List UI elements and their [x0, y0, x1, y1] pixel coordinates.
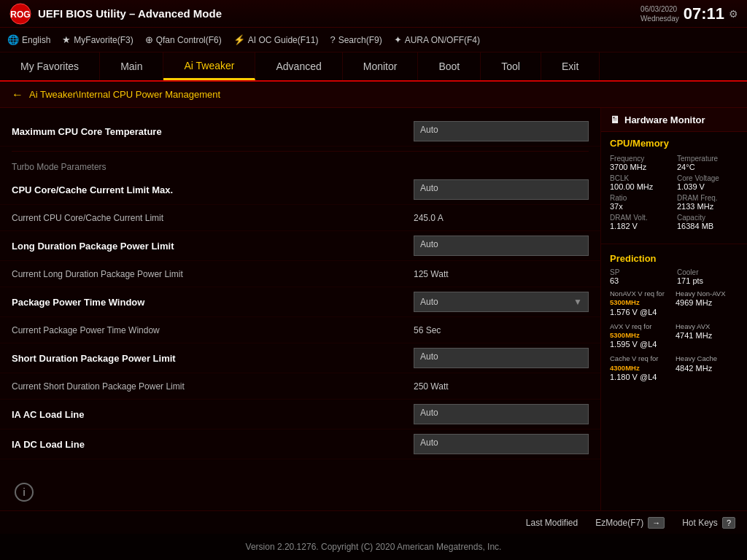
pkg-power-time-window-label: Package Power Time Window: [12, 297, 414, 308]
ez-mode-button[interactable]: EzMode(F7) →: [595, 517, 665, 529]
rog-logo-icon: ROG: [9, 2, 32, 26]
pred-cooler: Cooler 171 pts: [677, 268, 738, 285]
toolbar-aura[interactable]: ✦ AURA ON/OFF(F4): [394, 34, 480, 45]
current-long-dur-label: Current Long Duration Package Power Limi…: [12, 269, 414, 279]
toolbar-qfan[interactable]: ⊕ Qfan Control(F6): [145, 34, 222, 45]
current-short-dur-value: 250 Watt: [414, 381, 589, 392]
short-dur-pkg-power-input[interactable]: Auto: [414, 348, 589, 368]
tab-advanced[interactable]: Advanced: [255, 52, 342, 80]
current-short-dur-label: Current Short Duration Package Power Lim…: [12, 381, 414, 392]
prediction-avx-items: NonAVX V req for 5300MHz 1.576 V @L4 Hea…: [610, 289, 738, 381]
tab-my-favorites[interactable]: My Favorites: [0, 52, 100, 80]
short-dur-pkg-power-label: Short Duration Package Power Limit: [12, 353, 414, 364]
setting-ia-dc-load-line[interactable]: IA DC Load Line Auto: [0, 429, 600, 459]
toolbar-aioc[interactable]: ⚡ AI OC Guide(F11): [233, 34, 319, 45]
setting-short-dur-pkg-power[interactable]: Short Duration Package Power Limit Auto: [0, 343, 600, 373]
toolbar-qfan-label: Qfan Control(F6): [156, 35, 222, 45]
prediction-title: Prediction: [610, 253, 738, 264]
pred-cache-block: Cache V req for 4300MHz 1.180 V @L4 Heav…: [610, 354, 738, 381]
toolbar-aura-label: AURA ON/OFF(F4): [405, 35, 480, 45]
setting-current-pkg-time: Current Package Power Time Window 56 Sec: [0, 317, 600, 343]
cpu-core-cache-limit-input[interactable]: Auto: [414, 179, 589, 200]
hot-keys-button[interactable]: Hot Keys ?: [682, 517, 735, 529]
setting-long-dur-pkg-power[interactable]: Long Duration Package Power Limit Auto: [0, 231, 600, 261]
time-area: 06/03/2020 Wednesday 07:11 ⚙: [640, 4, 738, 23]
pred-sp: SP 63: [610, 268, 671, 285]
info-icon-area: i: [15, 483, 34, 502]
globe-icon: 🌐: [7, 34, 19, 45]
monitor-icon: 🖥: [610, 114, 620, 125]
right-panel: 🖥 Hardware Monitor CPU/Memory Frequency …: [601, 108, 747, 510]
turbo-mode-section: Turbo Mode Parameters: [0, 156, 600, 175]
tab-tool[interactable]: Tool: [481, 52, 541, 80]
hw-dram-volt-label: DRAM Volt. 1.182 V: [610, 214, 671, 230]
cpu-core-cache-limit-label: CPU Core/Cache Current Limit Max.: [12, 184, 414, 195]
setting-current-short-dur: Current Short Duration Package Power Lim…: [0, 373, 600, 400]
ez-mode-label: EzMode(F7): [595, 518, 643, 528]
tab-exit[interactable]: Exit: [541, 52, 600, 80]
breadcrumb-path: Ai Tweaker\Internal CPU Power Management: [29, 89, 220, 100]
pred-avx-block: AVX V req for 5300MHz 1.595 V @L4 Heavy …: [610, 322, 738, 349]
lightning-icon: ⚡: [233, 34, 245, 45]
search-icon: ?: [330, 34, 335, 45]
main-layout: Maximum CPU Core Temperature Auto Turbo …: [0, 108, 747, 510]
max-cpu-temp-label: Maximum CPU Core Temperature: [12, 126, 414, 137]
prediction-base-grid: SP 63 Cooler 171 pts: [610, 268, 738, 285]
current-cpu-core-cache-label: Current CPU Core/Cache Current Limit: [12, 213, 414, 223]
setting-ia-ac-load-line[interactable]: IA AC Load Line Auto: [0, 400, 600, 429]
ez-mode-icon: →: [648, 517, 665, 529]
cpu-memory-grid: Frequency 3700 MHz Temperature 24°C BCLK…: [610, 155, 738, 230]
current-pkg-time-value: 56 Sec: [414, 325, 589, 335]
settings-content: Maximum CPU Core Temperature Auto Turbo …: [0, 108, 600, 468]
aura-icon: ✦: [394, 34, 402, 45]
tab-ai-tweaker[interactable]: Ai Tweaker: [163, 52, 255, 80]
setting-pkg-power-time-window[interactable]: Package Power Time Window Auto ▼: [0, 287, 600, 317]
settings-icon[interactable]: ⚙: [729, 8, 738, 20]
header-time: 07:11: [684, 4, 724, 23]
toolbar-myfavorite[interactable]: ★ MyFavorite(F3): [62, 34, 133, 45]
tab-monitor[interactable]: Monitor: [343, 52, 419, 80]
top-toolbar: 🌐 English ★ MyFavorite(F3) ⊕ Qfan Contro…: [0, 28, 747, 52]
version-text: Version 2.20.1276. Copyright (C) 2020 Am…: [246, 542, 502, 552]
header-date: 06/03/2020 Wednesday: [640, 4, 679, 23]
ia-ac-load-line-label: IA AC Load Line: [12, 409, 414, 420]
fan-icon: ⊕: [145, 34, 153, 45]
current-pkg-time-label: Current Package Power Time Window: [12, 325, 414, 335]
tab-main[interactable]: Main: [100, 52, 163, 80]
last-modified-label: Last Modified: [526, 518, 578, 528]
hot-keys-label: Hot Keys: [682, 518, 718, 528]
setting-cpu-core-cache-limit[interactable]: CPU Core/Cache Current Limit Max. Auto: [0, 175, 600, 205]
back-arrow-icon[interactable]: ←: [12, 88, 23, 101]
app-title: UEFI BIOS Utility – Advanced Mode: [38, 7, 635, 20]
divider-1: [12, 151, 589, 152]
toolbar-search[interactable]: ? Search(F9): [330, 34, 382, 45]
breadcrumb: ← Ai Tweaker\Internal CPU Power Manageme…: [0, 82, 747, 108]
prediction-section: Prediction SP 63 Cooler 171 pts NonAVX V…: [601, 249, 747, 392]
left-panel: Maximum CPU Core Temperature Auto Turbo …: [0, 108, 601, 510]
ia-ac-load-line-input[interactable]: Auto: [414, 404, 589, 424]
header-bar: ROG UEFI BIOS Utility – Advanced Mode 06…: [0, 0, 747, 28]
info-icon[interactable]: i: [15, 483, 34, 502]
hw-ratio-label: Ratio 37x: [610, 194, 671, 211]
tab-boot[interactable]: Boot: [418, 52, 481, 80]
toolbar-search-label: Search(F9): [338, 35, 382, 45]
hw-freq-label: Frequency 3700 MHz: [610, 155, 671, 171]
toolbar-language[interactable]: 🌐 English: [7, 34, 50, 45]
setting-max-cpu-temp[interactable]: Maximum CPU Core Temperature Auto: [0, 117, 600, 147]
hw-bclk-label: BCLK 100.00 MHz: [610, 174, 671, 191]
toolbar-aioc-label: AI OC Guide(F11): [248, 35, 319, 45]
setting-current-cpu-core-cache: Current CPU Core/Cache Current Limit 245…: [0, 205, 600, 231]
ia-dc-load-line-label: IA DC Load Line: [12, 439, 414, 450]
long-dur-pkg-power-input[interactable]: Auto: [414, 236, 589, 256]
hw-divider-1: [601, 244, 747, 244]
pkg-power-time-window-dropdown[interactable]: Auto ▼: [414, 292, 589, 312]
version-bar: Version 2.20.1276. Copyright (C) 2020 Am…: [0, 534, 747, 560]
max-cpu-temp-input[interactable]: Auto: [414, 121, 589, 141]
toolbar-language-label: English: [22, 35, 50, 45]
ia-dc-load-line-input[interactable]: Auto: [414, 434, 589, 454]
cpu-memory-title: CPU/Memory: [610, 138, 738, 149]
hw-core-voltage-label: Core Voltage 1.039 V: [677, 174, 738, 191]
last-modified-button[interactable]: Last Modified: [526, 518, 578, 528]
setting-current-long-dur: Current Long Duration Package Power Limi…: [0, 261, 600, 287]
pred-nonavx-block: NonAVX V req for 5300MHz 1.576 V @L4 Hea…: [610, 289, 738, 316]
